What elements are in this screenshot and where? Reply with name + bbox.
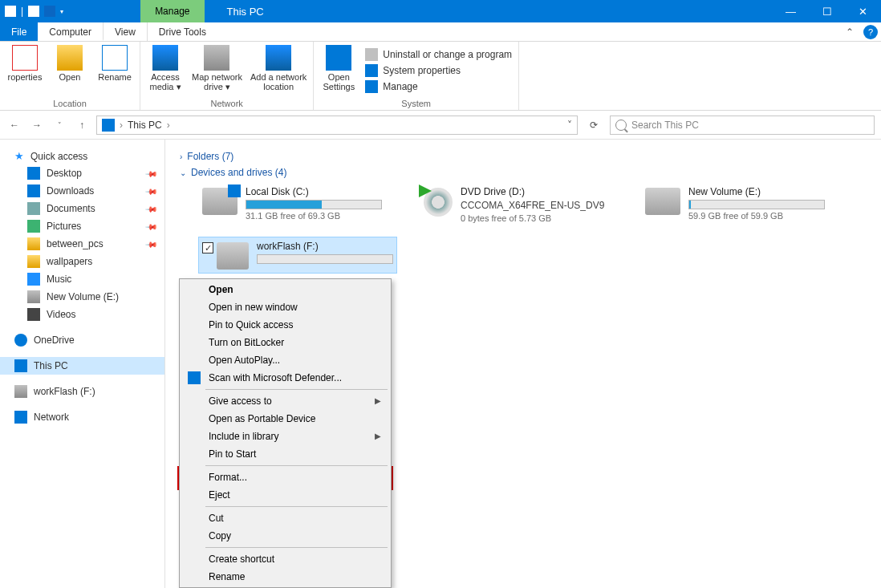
nav-music[interactable]: Music bbox=[0, 270, 164, 288]
qat-dropdown-icon[interactable]: ▾ bbox=[60, 8, 63, 15]
nav-this-pc[interactable]: This PC bbox=[0, 357, 164, 375]
uninstall-program-button[interactable]: Uninstall or change a program bbox=[365, 48, 512, 61]
qat-props-icon[interactable] bbox=[44, 6, 55, 17]
ctx-pin-quick-access[interactable]: Pin to Quick access bbox=[181, 316, 389, 334]
open-button[interactable]: Open bbox=[51, 45, 88, 82]
group-label-system: System bbox=[320, 99, 512, 108]
refresh-button[interactable]: ⟳ bbox=[584, 116, 603, 135]
pin-icon: 📌 bbox=[145, 167, 158, 180]
ctx-eject[interactable]: Eject bbox=[181, 486, 389, 504]
properties-button[interactable]: roperties bbox=[6, 45, 43, 82]
ctx-rename[interactable]: Rename bbox=[181, 568, 389, 586]
add-location-icon bbox=[266, 45, 291, 71]
collapse-ribbon-button[interactable]: ⌃ bbox=[839, 22, 860, 41]
contextual-tab-manage[interactable]: Manage bbox=[140, 0, 204, 22]
address-bar[interactable]: › This PC › ˅ bbox=[96, 116, 578, 135]
documents-icon bbox=[27, 202, 40, 215]
drive-f[interactable]: ✓ workFlash (F:) bbox=[199, 237, 396, 273]
ctx-give-access[interactable]: Give access to ▶ bbox=[181, 392, 389, 410]
add-location-label: Add a network location bbox=[250, 72, 307, 91]
drive-d-name: DVD Drive (D:) bbox=[461, 186, 615, 197]
ribbon: roperties Open Rename Location Access me… bbox=[0, 42, 881, 111]
up-button[interactable]: ↑ bbox=[74, 117, 90, 133]
ctx-format[interactable]: Format... bbox=[181, 468, 389, 486]
ctx-copy[interactable]: Copy bbox=[181, 527, 389, 545]
nav-workflash[interactable]: workFlash (F:) bbox=[0, 383, 164, 400]
nav-quick-access[interactable]: ★ Quick access bbox=[0, 148, 164, 164]
nav-between-pcs[interactable]: between_pcs 📌 bbox=[0, 235, 164, 253]
access-media-button[interactable]: Access media ▾ bbox=[147, 45, 184, 91]
manage-button[interactable]: Manage bbox=[365, 80, 512, 93]
minimize-button[interactable]: — bbox=[773, 0, 809, 22]
ctx-defender[interactable]: Scan with Microsoft Defender... bbox=[181, 369, 389, 387]
ctx-library-label: Include in library bbox=[209, 431, 278, 442]
drive-e-name: New Volume (E:) bbox=[688, 186, 836, 197]
forward-button[interactable]: → bbox=[29, 117, 45, 133]
nav-network[interactable]: Network bbox=[0, 408, 164, 426]
nav-music-label: Music bbox=[47, 274, 71, 285]
tab-view[interactable]: View bbox=[104, 22, 148, 41]
pictures-icon bbox=[27, 220, 40, 233]
back-button[interactable]: ← bbox=[6, 117, 22, 133]
ctx-include-library[interactable]: Include in library ▶ bbox=[181, 428, 389, 445]
address-text: This PC bbox=[128, 120, 162, 131]
maximize-button[interactable]: ☐ bbox=[809, 0, 845, 22]
ribbon-group-network: Access media ▾ Map network drive ▾ Add a… bbox=[140, 42, 314, 110]
ctx-pin-start[interactable]: Pin to Start bbox=[181, 445, 389, 463]
nav-documents[interactable]: Documents 📌 bbox=[0, 200, 164, 217]
ctx-bitlocker[interactable]: Turn on BitLocker bbox=[181, 334, 389, 351]
uninstall-label: Uninstall or change a program bbox=[383, 49, 512, 60]
add-network-location-button[interactable]: Add a network location bbox=[250, 45, 307, 91]
address-dropdown-button[interactable]: ˅ bbox=[567, 120, 572, 131]
file-tab[interactable]: File bbox=[0, 22, 38, 41]
sys-props-label: System properties bbox=[383, 65, 461, 76]
devices-section-header[interactable]: ⌄ Devices and drives (4) bbox=[180, 167, 867, 178]
sys-props-icon bbox=[365, 64, 378, 77]
qat-checkbox-icon[interactable] bbox=[28, 6, 39, 17]
drive-e[interactable]: New Volume (E:) 59.9 GB free of 59.9 GB bbox=[642, 183, 839, 226]
rename-label: Rename bbox=[98, 72, 132, 82]
rename-button[interactable]: Rename bbox=[96, 45, 133, 82]
ctx-create-shortcut[interactable]: Create shortcut bbox=[181, 550, 389, 568]
drives-list: Local Disk (C:) 31.1 GB free of 69.3 GB … bbox=[199, 183, 867, 273]
history-dropdown-button[interactable]: ˅ bbox=[51, 117, 67, 133]
drive-f-checkbox[interactable]: ✓ bbox=[202, 242, 213, 253]
open-settings-button[interactable]: Open Settings bbox=[320, 45, 357, 91]
search-box[interactable]: Search This PC bbox=[610, 116, 875, 135]
drive-d-free: 0 bytes free of 5.73 GB bbox=[461, 213, 615, 223]
nav-wallpapers[interactable]: wallpapers bbox=[0, 253, 164, 270]
pin-icon: 📌 bbox=[145, 185, 158, 197]
help-button[interactable]: ? bbox=[863, 25, 878, 39]
ctx-separator bbox=[205, 389, 388, 390]
ctx-cut[interactable]: Cut bbox=[181, 509, 389, 527]
tab-computer[interactable]: Computer bbox=[38, 22, 104, 41]
close-button[interactable]: ✕ bbox=[845, 0, 881, 22]
nav-new-volume[interactable]: New Volume (E:) bbox=[0, 288, 164, 306]
pin-icon: 📌 bbox=[145, 202, 158, 215]
drive-f-icon bbox=[217, 242, 249, 270]
qat-sep: | bbox=[21, 6, 23, 17]
system-properties-button[interactable]: System properties bbox=[365, 64, 512, 77]
folder-icon bbox=[27, 237, 40, 250]
nav-desktop[interactable]: Desktop 📌 bbox=[0, 164, 164, 182]
drive-c[interactable]: Local Disk (C:) 31.1 GB free of 69.3 GB bbox=[199, 183, 396, 226]
drive-e-free: 59.9 GB free of 59.9 GB bbox=[688, 211, 836, 221]
ctx-portable-device[interactable]: Open as Portable Device bbox=[181, 410, 389, 428]
nav-downloads[interactable]: Downloads 📌 bbox=[0, 182, 164, 200]
group-label-location: Location bbox=[6, 99, 133, 108]
folders-section-header[interactable]: › Folders (7) bbox=[180, 151, 867, 162]
map-drive-button[interactable]: Map network drive ▾ bbox=[192, 45, 242, 91]
properties-icon bbox=[12, 45, 38, 71]
ctx-open-new-window[interactable]: Open in new window bbox=[181, 298, 389, 316]
ctx-separator bbox=[205, 547, 388, 548]
nav-pictures[interactable]: Pictures 📌 bbox=[0, 217, 164, 235]
tab-drive-tools[interactable]: Drive Tools bbox=[148, 22, 217, 41]
drive-d[interactable]: DVD Drive (D:) CCCOMA_X64FRE_EN-US_DV9 0… bbox=[420, 183, 618, 226]
nav-videos[interactable]: Videos bbox=[0, 306, 164, 323]
ctx-autoplay[interactable]: Open AutoPlay... bbox=[181, 351, 389, 369]
navigation-pane: ★ Quick access Desktop 📌 Downloads 📌 Doc… bbox=[0, 140, 165, 588]
nav-onedrive[interactable]: OneDrive bbox=[0, 331, 164, 349]
uninstall-icon bbox=[365, 48, 378, 61]
quick-access-toolbar: | ▾ bbox=[0, 6, 68, 17]
ctx-open[interactable]: Open bbox=[181, 281, 389, 298]
